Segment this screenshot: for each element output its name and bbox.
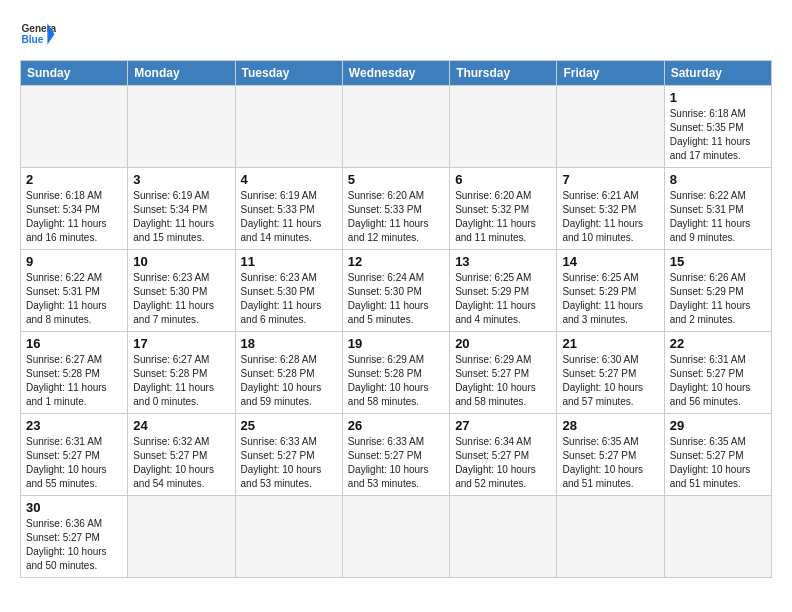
day-number: 26 bbox=[348, 418, 444, 433]
day-info: Sunrise: 6:25 AM Sunset: 5:29 PM Dayligh… bbox=[562, 271, 658, 327]
calendar-cell bbox=[664, 496, 771, 578]
day-number: 25 bbox=[241, 418, 337, 433]
day-info: Sunrise: 6:27 AM Sunset: 5:28 PM Dayligh… bbox=[133, 353, 229, 409]
calendar-cell: 4Sunrise: 6:19 AM Sunset: 5:33 PM Daylig… bbox=[235, 168, 342, 250]
calendar-cell: 28Sunrise: 6:35 AM Sunset: 5:27 PM Dayli… bbox=[557, 414, 664, 496]
calendar-week-row: 2Sunrise: 6:18 AM Sunset: 5:34 PM Daylig… bbox=[21, 168, 772, 250]
day-info: Sunrise: 6:33 AM Sunset: 5:27 PM Dayligh… bbox=[241, 435, 337, 491]
day-number: 19 bbox=[348, 336, 444, 351]
day-info: Sunrise: 6:24 AM Sunset: 5:30 PM Dayligh… bbox=[348, 271, 444, 327]
day-number: 22 bbox=[670, 336, 766, 351]
day-number: 15 bbox=[670, 254, 766, 269]
calendar-cell: 6Sunrise: 6:20 AM Sunset: 5:32 PM Daylig… bbox=[450, 168, 557, 250]
day-number: 7 bbox=[562, 172, 658, 187]
calendar-cell bbox=[21, 86, 128, 168]
day-info: Sunrise: 6:27 AM Sunset: 5:28 PM Dayligh… bbox=[26, 353, 122, 409]
calendar-cell bbox=[557, 86, 664, 168]
day-number: 29 bbox=[670, 418, 766, 433]
day-info: Sunrise: 6:31 AM Sunset: 5:27 PM Dayligh… bbox=[670, 353, 766, 409]
day-number: 4 bbox=[241, 172, 337, 187]
weekday-header-thursday: Thursday bbox=[450, 61, 557, 86]
calendar-week-row: 9Sunrise: 6:22 AM Sunset: 5:31 PM Daylig… bbox=[21, 250, 772, 332]
weekday-header-sunday: Sunday bbox=[21, 61, 128, 86]
day-number: 1 bbox=[670, 90, 766, 105]
day-info: Sunrise: 6:34 AM Sunset: 5:27 PM Dayligh… bbox=[455, 435, 551, 491]
calendar-cell bbox=[450, 86, 557, 168]
day-info: Sunrise: 6:18 AM Sunset: 5:34 PM Dayligh… bbox=[26, 189, 122, 245]
calendar-cell bbox=[342, 496, 449, 578]
day-number: 28 bbox=[562, 418, 658, 433]
day-number: 24 bbox=[133, 418, 229, 433]
calendar-week-row: 23Sunrise: 6:31 AM Sunset: 5:27 PM Dayli… bbox=[21, 414, 772, 496]
weekday-header-tuesday: Tuesday bbox=[235, 61, 342, 86]
day-info: Sunrise: 6:31 AM Sunset: 5:27 PM Dayligh… bbox=[26, 435, 122, 491]
day-number: 13 bbox=[455, 254, 551, 269]
calendar-cell bbox=[128, 496, 235, 578]
weekday-header-wednesday: Wednesday bbox=[342, 61, 449, 86]
calendar-cell: 16Sunrise: 6:27 AM Sunset: 5:28 PM Dayli… bbox=[21, 332, 128, 414]
day-number: 8 bbox=[670, 172, 766, 187]
calendar-body: 1Sunrise: 6:18 AM Sunset: 5:35 PM Daylig… bbox=[21, 86, 772, 578]
calendar-cell: 19Sunrise: 6:29 AM Sunset: 5:28 PM Dayli… bbox=[342, 332, 449, 414]
day-number: 27 bbox=[455, 418, 551, 433]
day-number: 5 bbox=[348, 172, 444, 187]
day-info: Sunrise: 6:26 AM Sunset: 5:29 PM Dayligh… bbox=[670, 271, 766, 327]
day-info: Sunrise: 6:23 AM Sunset: 5:30 PM Dayligh… bbox=[241, 271, 337, 327]
calendar-cell: 21Sunrise: 6:30 AM Sunset: 5:27 PM Dayli… bbox=[557, 332, 664, 414]
logo-icon: General Blue bbox=[20, 16, 56, 52]
calendar-cell: 26Sunrise: 6:33 AM Sunset: 5:27 PM Dayli… bbox=[342, 414, 449, 496]
calendar-cell: 23Sunrise: 6:31 AM Sunset: 5:27 PM Dayli… bbox=[21, 414, 128, 496]
weekday-header-friday: Friday bbox=[557, 61, 664, 86]
calendar-cell: 25Sunrise: 6:33 AM Sunset: 5:27 PM Dayli… bbox=[235, 414, 342, 496]
day-info: Sunrise: 6:35 AM Sunset: 5:27 PM Dayligh… bbox=[670, 435, 766, 491]
day-number: 11 bbox=[241, 254, 337, 269]
calendar-cell bbox=[342, 86, 449, 168]
calendar-cell: 27Sunrise: 6:34 AM Sunset: 5:27 PM Dayli… bbox=[450, 414, 557, 496]
page-header: General Blue bbox=[20, 16, 772, 52]
calendar-cell: 5Sunrise: 6:20 AM Sunset: 5:33 PM Daylig… bbox=[342, 168, 449, 250]
day-number: 3 bbox=[133, 172, 229, 187]
calendar-cell: 29Sunrise: 6:35 AM Sunset: 5:27 PM Dayli… bbox=[664, 414, 771, 496]
day-info: Sunrise: 6:19 AM Sunset: 5:34 PM Dayligh… bbox=[133, 189, 229, 245]
calendar-cell: 10Sunrise: 6:23 AM Sunset: 5:30 PM Dayli… bbox=[128, 250, 235, 332]
calendar-cell: 7Sunrise: 6:21 AM Sunset: 5:32 PM Daylig… bbox=[557, 168, 664, 250]
calendar-cell: 20Sunrise: 6:29 AM Sunset: 5:27 PM Dayli… bbox=[450, 332, 557, 414]
calendar-cell: 15Sunrise: 6:26 AM Sunset: 5:29 PM Dayli… bbox=[664, 250, 771, 332]
calendar-cell bbox=[128, 86, 235, 168]
day-info: Sunrise: 6:22 AM Sunset: 5:31 PM Dayligh… bbox=[670, 189, 766, 245]
calendar-week-row: 1Sunrise: 6:18 AM Sunset: 5:35 PM Daylig… bbox=[21, 86, 772, 168]
day-info: Sunrise: 6:25 AM Sunset: 5:29 PM Dayligh… bbox=[455, 271, 551, 327]
day-info: Sunrise: 6:19 AM Sunset: 5:33 PM Dayligh… bbox=[241, 189, 337, 245]
logo: General Blue bbox=[20, 16, 56, 52]
calendar-cell: 17Sunrise: 6:27 AM Sunset: 5:28 PM Dayli… bbox=[128, 332, 235, 414]
weekday-header-saturday: Saturday bbox=[664, 61, 771, 86]
calendar-cell: 14Sunrise: 6:25 AM Sunset: 5:29 PM Dayli… bbox=[557, 250, 664, 332]
day-info: Sunrise: 6:29 AM Sunset: 5:27 PM Dayligh… bbox=[455, 353, 551, 409]
calendar-table: SundayMondayTuesdayWednesdayThursdayFrid… bbox=[20, 60, 772, 578]
day-number: 23 bbox=[26, 418, 122, 433]
day-info: Sunrise: 6:21 AM Sunset: 5:32 PM Dayligh… bbox=[562, 189, 658, 245]
calendar-cell: 3Sunrise: 6:19 AM Sunset: 5:34 PM Daylig… bbox=[128, 168, 235, 250]
day-number: 30 bbox=[26, 500, 122, 515]
calendar-cell: 18Sunrise: 6:28 AM Sunset: 5:28 PM Dayli… bbox=[235, 332, 342, 414]
day-number: 21 bbox=[562, 336, 658, 351]
day-number: 10 bbox=[133, 254, 229, 269]
day-info: Sunrise: 6:29 AM Sunset: 5:28 PM Dayligh… bbox=[348, 353, 444, 409]
day-info: Sunrise: 6:30 AM Sunset: 5:27 PM Dayligh… bbox=[562, 353, 658, 409]
day-number: 12 bbox=[348, 254, 444, 269]
day-info: Sunrise: 6:28 AM Sunset: 5:28 PM Dayligh… bbox=[241, 353, 337, 409]
calendar-cell: 12Sunrise: 6:24 AM Sunset: 5:30 PM Dayli… bbox=[342, 250, 449, 332]
day-number: 17 bbox=[133, 336, 229, 351]
calendar-cell bbox=[450, 496, 557, 578]
calendar-cell: 2Sunrise: 6:18 AM Sunset: 5:34 PM Daylig… bbox=[21, 168, 128, 250]
weekday-header-monday: Monday bbox=[128, 61, 235, 86]
day-number: 9 bbox=[26, 254, 122, 269]
calendar-cell: 8Sunrise: 6:22 AM Sunset: 5:31 PM Daylig… bbox=[664, 168, 771, 250]
day-info: Sunrise: 6:20 AM Sunset: 5:32 PM Dayligh… bbox=[455, 189, 551, 245]
day-number: 2 bbox=[26, 172, 122, 187]
svg-text:Blue: Blue bbox=[21, 34, 43, 45]
calendar-cell: 22Sunrise: 6:31 AM Sunset: 5:27 PM Dayli… bbox=[664, 332, 771, 414]
day-number: 18 bbox=[241, 336, 337, 351]
calendar-cell bbox=[235, 496, 342, 578]
calendar-cell: 13Sunrise: 6:25 AM Sunset: 5:29 PM Dayli… bbox=[450, 250, 557, 332]
